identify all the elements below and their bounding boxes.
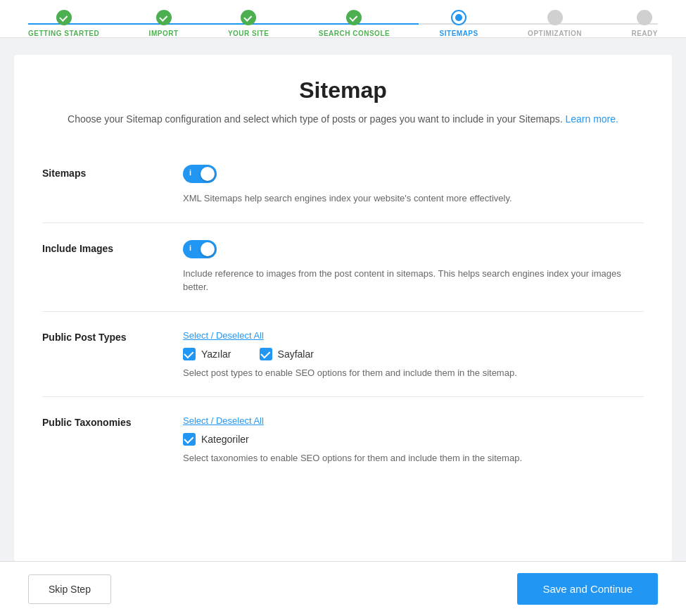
sitemaps-toggle-wrap[interactable]: i	[183, 165, 217, 183]
post-types-description: Select post types to enable SEO options …	[183, 366, 644, 380]
step-circle-getting-started	[56, 10, 72, 25]
post-type-yazilar-label: Yazılar	[201, 348, 231, 360]
taxonomy-kategoriler-label: Kategoriler	[201, 434, 249, 445]
taxonomies-description: Select taxonomies to enable SEO options …	[183, 451, 644, 465]
step-label-getting-started: GETTING STARTED	[28, 30, 99, 37]
page-title: Sitemap	[42, 77, 644, 103]
step-label-search-console: SEARCH CONSOLE	[319, 30, 390, 37]
step-circle-search-console	[346, 10, 362, 25]
post-type-sayfalar-label: Sayfalar	[278, 348, 314, 360]
post-type-yazilar-checkbox[interactable]	[183, 348, 196, 360]
step-ready[interactable]: READY	[631, 10, 658, 37]
step-label-optimization: OPTIMIZATION	[528, 30, 582, 37]
step-circle-sitemaps	[451, 10, 466, 25]
stepper: GETTING STARTED IMPORT YOUR SITE SEARCH …	[28, 10, 658, 37]
public-taxonomies-label: Public Taxonomies	[42, 414, 183, 428]
post-type-sayfalar-checkbox[interactable]	[260, 348, 272, 360]
sitemaps-toggle[interactable]: i	[183, 165, 217, 183]
sitemaps-label: Sitemaps	[42, 165, 183, 179]
taxonomy-kategoriler[interactable]: Kategoriler	[183, 433, 249, 446]
main-area: Sitemap Choose your Sitemap configuratio…	[0, 38, 686, 561]
sitemaps-toggle-i: i	[189, 168, 191, 177]
public-post-types-content: Select / Deselect All Yazılar Sayfalar S…	[183, 329, 644, 380]
taxonomies-select-deselect[interactable]: Select / Deselect All	[183, 415, 264, 426]
page-subtitle: Choose your Sitemap configuration and se…	[42, 112, 644, 127]
include-images-toggle-i: i	[189, 244, 191, 252]
public-post-types-label: Public Post Types	[42, 329, 183, 343]
sitemaps-section: Sitemaps i XML Sitemaps help search engi…	[42, 148, 644, 223]
step-circle-optimization	[547, 10, 563, 25]
learn-more-link[interactable]: Learn more.	[565, 113, 618, 125]
post-types-select-deselect[interactable]: Select / Deselect All	[183, 330, 264, 341]
step-circle-ready	[637, 10, 652, 25]
sitemaps-toggle-knob	[201, 167, 215, 181]
step-your-site[interactable]: YOUR SITE	[228, 10, 269, 37]
include-images-description: Include reference to images from the pos…	[183, 267, 644, 294]
step-import[interactable]: IMPORT	[149, 10, 179, 37]
skip-step-button[interactable]: Skip Step	[28, 574, 111, 604]
include-images-section: Include Images i Include reference to im…	[42, 223, 644, 312]
include-images-toggle-wrap[interactable]: i	[183, 240, 217, 258]
public-post-types-section: Public Post Types Select / Deselect All …	[42, 312, 644, 398]
footer: Skip Step Save and Continue	[0, 561, 686, 616]
public-taxonomies-content: Select / Deselect All Kategoriler Select…	[183, 414, 644, 465]
include-images-content: i Include reference to images from the p…	[183, 240, 644, 294]
step-label-ready: READY	[631, 30, 658, 37]
step-label-import: IMPORT	[149, 30, 179, 37]
include-images-toggle-knob	[201, 242, 215, 256]
step-optimization[interactable]: OPTIMIZATION	[528, 10, 582, 37]
step-circle-your-site	[241, 10, 256, 25]
post-type-yazilar[interactable]: Yazılar	[183, 348, 231, 360]
card: Sitemap Choose your Sitemap configuratio…	[14, 55, 672, 561]
step-getting-started[interactable]: GETTING STARTED	[28, 10, 99, 37]
sitemaps-content: i XML Sitemaps help search engines index…	[183, 165, 644, 206]
step-sitemaps[interactable]: SITEMAPS	[440, 10, 478, 37]
post-types-checkbox-group: Yazılar Sayfalar	[183, 348, 644, 360]
post-type-sayfalar[interactable]: Sayfalar	[260, 348, 314, 360]
taxonomies-checkbox-group: Kategoriler	[183, 433, 644, 446]
sitemaps-description: XML Sitemaps help search engines index y…	[183, 191, 644, 206]
step-circle-import	[156, 10, 172, 25]
include-images-label: Include Images	[42, 240, 183, 254]
save-continue-button[interactable]: Save and Continue	[517, 573, 658, 605]
page-subtitle-text: Choose your Sitemap configuration and se…	[68, 113, 563, 125]
stepper-bar: GETTING STARTED IMPORT YOUR SITE SEARCH …	[0, 0, 686, 38]
step-label-your-site: YOUR SITE	[228, 30, 269, 37]
step-search-console[interactable]: SEARCH CONSOLE	[319, 10, 390, 37]
step-label-sitemaps: SITEMAPS	[440, 30, 478, 37]
taxonomy-kategoriler-checkbox[interactable]	[183, 433, 196, 446]
public-taxonomies-section: Public Taxonomies Select / Deselect All …	[42, 397, 644, 482]
include-images-toggle[interactable]: i	[183, 240, 217, 258]
